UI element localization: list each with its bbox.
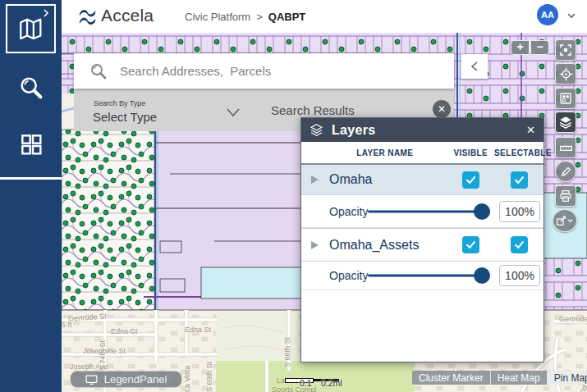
street-label: Edna Ct: [111, 327, 138, 335]
accela-logo-icon: [78, 7, 97, 25]
scale-end-label: 0.2ml: [321, 378, 342, 388]
sidebar-divider: [0, 177, 62, 180]
brand-name: Accela: [101, 6, 154, 25]
chevron-right-icon: [42, 9, 50, 17]
layers-table-header: LAYER NAME VISIBLE SELECTABLE: [301, 142, 543, 165]
check-icon: [465, 174, 477, 186]
column-visible: VISIBLE: [447, 148, 494, 157]
chevron-down-icon[interactable]: [226, 107, 241, 118]
search-by-type-label: Search By Type: [94, 99, 145, 107]
sidebar-item-search[interactable]: [0, 74, 62, 102]
visible-checkbox-omaha[interactable]: [462, 171, 479, 189]
street-label: Josephine St: [83, 347, 126, 355]
street-label: S 66th St: [283, 337, 291, 367]
legend-panel-label: LegendPanel: [104, 373, 167, 385]
ruler-icon: [559, 141, 573, 155]
mode-pin-map[interactable]: Pin Map: [548, 371, 587, 385]
layers-button[interactable]: [555, 112, 576, 133]
zoom-controls: + −: [511, 40, 549, 55]
export-icon: [556, 214, 574, 227]
street-label: La Vista: [183, 366, 191, 392]
street-label: Gertrude St: [559, 315, 587, 323]
layer-row-omaha-assets[interactable]: Omaha_Assets: [301, 228, 543, 262]
measure-button[interactable]: [555, 137, 576, 158]
search-results-label: Search Results: [271, 103, 355, 117]
scale-hint-label: 5 ft: [62, 321, 72, 329]
opacity-label: Opacity: [329, 269, 368, 282]
toolbar-collapse-button[interactable]: [461, 54, 488, 79]
opacity-row-omaha: Opacity 100%: [301, 195, 543, 228]
basemap-gallery-button[interactable]: [555, 88, 576, 109]
column-selectable: SELECTABLE: [494, 148, 543, 157]
export-button[interactable]: [553, 209, 577, 232]
search-results-close-button[interactable]: ✕: [433, 100, 451, 118]
zoom-out-button[interactable]: −: [530, 40, 549, 55]
search-icon: [17, 74, 45, 102]
scale-mid-label: 0.1: [300, 378, 312, 388]
close-icon: ✕: [438, 103, 446, 115]
visible-checkbox-omaha-assets[interactable]: [462, 236, 479, 253]
check-icon: [465, 239, 477, 251]
opacity-value: 100%: [499, 201, 540, 222]
basemap-icon: [559, 92, 572, 105]
print-button[interactable]: [555, 185, 576, 207]
legend-window-icon: [85, 375, 98, 385]
opacity-value: 100%: [499, 265, 540, 286]
fullscreen-icon: [559, 43, 572, 57]
user-avatar[interactable]: AA: [537, 4, 558, 25]
expand-caret-icon[interactable]: [311, 175, 319, 184]
opacity-label: Opacity: [329, 205, 368, 218]
street-label: Joseph Ave: [70, 362, 108, 371]
grid-icon: [18, 131, 44, 157]
layers-panel: Layers ✕ LAYER NAME VISIBLE SELECTABLE O…: [300, 117, 544, 362]
locate-icon: [559, 67, 573, 81]
sidebar-item-map[interactable]: [6, 4, 56, 53]
street-label: Edna St: [185, 326, 211, 334]
opacity-slider-handle[interactable]: [474, 267, 490, 284]
legend-panel-button[interactable]: LegendPanel: [70, 371, 182, 388]
layer-name: Omaha: [329, 172, 447, 187]
full-extent-button[interactable]: [555, 39, 576, 61]
check-icon: [513, 239, 525, 251]
opacity-slider-track[interactable]: [368, 275, 484, 277]
left-sidebar: [0, 0, 62, 392]
expand-caret-icon[interactable]: [311, 241, 319, 249]
check-icon: [513, 174, 525, 186]
layers-icon: [558, 115, 573, 130]
search-input[interactable]: [120, 64, 454, 78]
top-header: Accela Civic Platform > QABPT AA: [62, 0, 587, 33]
draw-button[interactable]: [555, 161, 576, 182]
map-icon: [17, 15, 45, 43]
printer-icon: [559, 189, 572, 203]
mode-heat-map[interactable]: Heat Map: [491, 371, 548, 385]
locate-me-button[interactable]: [555, 63, 576, 84]
brand: Accela: [78, 6, 154, 25]
layers-panel-close-button[interactable]: ✕: [526, 124, 535, 136]
selectable-checkbox-omaha-assets[interactable]: [511, 236, 528, 253]
zoom-in-button[interactable]: +: [511, 40, 530, 55]
breadcrumb: Civic Platform > QABPT: [185, 0, 305, 33]
opacity-row-omaha-assets: Opacity 100%: [301, 262, 543, 290]
opacity-slider-track[interactable]: [368, 210, 484, 212]
accela-gis-app: Gertrude St S 74th St Edna Ct Edna St Jo…: [0, 0, 587, 392]
sidebar-item-apps[interactable]: [0, 131, 62, 157]
select-type-dropdown[interactable]: Select Type: [93, 110, 157, 124]
map-mode-switcher: Cluster Marker Heat Map Pin Map: [412, 371, 587, 385]
layer-row-omaha[interactable]: Omaha: [301, 165, 543, 195]
opacity-slider-handle[interactable]: [474, 203, 490, 220]
mode-cluster-marker[interactable]: Cluster Marker: [412, 371, 491, 385]
layers-icon: [310, 123, 323, 137]
search-icon: [89, 62, 108, 81]
breadcrumb-parent[interactable]: Civic Platform: [185, 11, 250, 23]
street-label: S 69th St: [205, 362, 213, 392]
user-menu-chevron-icon[interactable]: [566, 10, 577, 21]
breadcrumb-separator: >: [256, 11, 263, 23]
layers-panel-header[interactable]: Layers ✕: [301, 118, 543, 142]
selectable-checkbox-omaha[interactable]: [511, 171, 528, 189]
layers-panel-title: Layers: [332, 123, 375, 138]
layers-panel-empty-area: [301, 290, 543, 362]
column-layer-name: LAYER NAME: [301, 148, 447, 157]
breadcrumb-current: QABPT: [268, 11, 306, 23]
chevron-left-icon: [470, 61, 479, 72]
address-search-bar: [74, 53, 454, 89]
